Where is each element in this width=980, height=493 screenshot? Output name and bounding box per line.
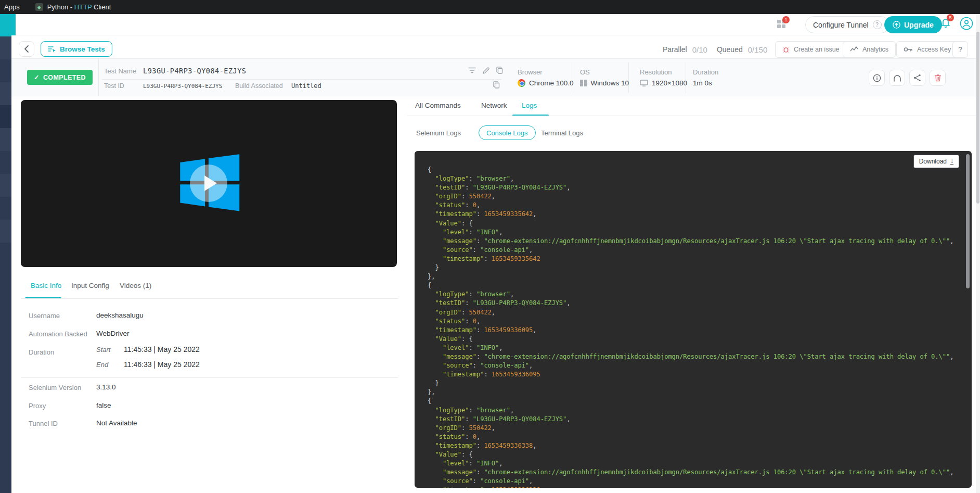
info-button[interactable] <box>869 70 885 86</box>
apps-grid-badge: 1 <box>782 16 790 23</box>
tunnel-help-icon[interactable]: ? <box>873 20 882 29</box>
test-name-actions <box>468 67 503 74</box>
windows-icon <box>580 80 587 87</box>
monitor-icon <box>640 80 648 86</box>
end-value: 11:46:33 | May 25 2022 <box>124 360 200 369</box>
selenium-version-label: Selenium Version <box>29 384 81 391</box>
queued-label: Queued <box>717 45 743 54</box>
username-value: deekshasalugu <box>96 311 144 319</box>
log-scrollbar-thumb[interactable] <box>966 154 970 288</box>
tab-basic-info[interactable]: Basic Info <box>31 282 61 289</box>
sidebar-item[interactable] <box>0 151 11 174</box>
automation-test-detail-page: Apps ◆ Python - HTTP Client 1 Configure … <box>0 0 980 493</box>
analytics-chart-icon <box>850 46 858 53</box>
automation-backed-label: Automation Backed <box>29 330 87 338</box>
duration-value: 1m 0s <box>693 79 712 87</box>
divider <box>21 298 398 299</box>
create-issue-button[interactable]: Create an issue <box>775 41 847 58</box>
selenium-version-value: 3.13.0 <box>96 383 116 391</box>
tab-input-config[interactable]: Input Config <box>71 282 109 289</box>
window-app-icon: ◆ <box>35 3 43 11</box>
tab-selenium-logs[interactable]: Selenium Logs <box>416 129 461 137</box>
parallel-value: 0/10 <box>692 45 707 54</box>
page-scrollbar[interactable] <box>976 14 980 493</box>
divider <box>102 79 501 80</box>
start-label: Start <box>96 346 110 353</box>
console-log-panel: Download ↓ { "logType": "browser", "test… <box>415 151 972 488</box>
divider <box>628 62 629 93</box>
filter-icon[interactable] <box>468 67 476 73</box>
side-navigation-rail <box>0 36 11 493</box>
back-button[interactable] <box>19 41 34 57</box>
divider <box>686 62 686 93</box>
apps-menu[interactable]: Apps <box>4 3 20 11</box>
browser-value: Chrome 100.0 <box>518 79 574 87</box>
key-icon <box>904 46 913 53</box>
browse-tests-button[interactable]: Browse Tests <box>41 41 112 57</box>
trash-icon <box>934 74 942 82</box>
sidebar-item-active[interactable] <box>0 105 11 128</box>
delete-test-button[interactable] <box>930 70 946 86</box>
copy-icon[interactable] <box>493 81 500 89</box>
end-label: End <box>96 361 108 369</box>
resolution-value: 1920×1080 <box>640 79 687 87</box>
sidebar-item[interactable] <box>0 36 11 59</box>
tunnel-arch-icon <box>893 74 901 82</box>
bug-icon <box>782 46 790 53</box>
share-button[interactable] <box>909 70 925 86</box>
sidebar-item[interactable] <box>0 59 11 82</box>
account-button[interactable] <box>960 17 973 30</box>
play-icon <box>204 175 217 191</box>
tunnel-id-label: Tunnel ID <box>29 420 58 427</box>
os-taskbar: Apps ◆ Python - HTTP Client <box>0 0 980 14</box>
tunnel-button[interactable] <box>889 70 905 86</box>
sidebar-item[interactable] <box>0 174 11 197</box>
copy-icon[interactable] <box>496 67 503 74</box>
tab-network[interactable]: Network <box>481 102 507 109</box>
apps-grid-button[interactable]: 1 <box>777 20 785 28</box>
proxy-value: false <box>96 401 111 409</box>
configure-tunnel-button[interactable]: Configure Tunnel ? <box>805 16 889 33</box>
build-associated-label: Build Associated <box>235 82 283 90</box>
download-icon: ↓ <box>950 158 953 165</box>
tab-all-commands[interactable]: All Commands <box>415 102 461 109</box>
test-name-value: L93GU-P4RP3-QY084-EZJYS <box>143 67 246 75</box>
bell-badge: 5 <box>947 14 954 21</box>
divider <box>407 116 980 116</box>
duration-label: Duration <box>693 68 718 76</box>
upgrade-arrow-icon <box>893 21 900 29</box>
access-key-button[interactable]: Access Key <box>896 41 958 58</box>
notifications-button[interactable]: 5 <box>939 17 952 29</box>
sidebar-item[interactable] <box>0 243 11 266</box>
analytics-button[interactable]: Analytics <box>843 41 896 58</box>
status-badge: ✓ COMPLETED <box>27 70 93 85</box>
sidebar-item[interactable] <box>0 128 11 151</box>
tab-logs[interactable]: Logs <box>522 102 537 109</box>
os-label: OS <box>580 68 590 76</box>
username-label: Username <box>29 312 60 320</box>
concurrency-stats: Parallel 0/10 Queued 0/150 <box>663 42 767 57</box>
tunnel-id-value: Not Available <box>96 419 137 427</box>
avatar-icon <box>960 17 973 30</box>
tab-terminal-logs[interactable]: Terminal Logs <box>541 129 583 137</box>
upgrade-button[interactable]: Upgrade <box>884 16 942 33</box>
sidebar-item[interactable] <box>0 82 11 105</box>
os-value: Windows 10 <box>580 79 629 87</box>
play-button[interactable] <box>190 165 227 202</box>
tab-console-logs[interactable]: Console Logs <box>479 125 536 140</box>
video-player[interactable] <box>21 100 397 267</box>
page-scrollbar-thumb[interactable] <box>976 32 979 204</box>
divider <box>98 59 99 96</box>
start-value: 11:45:33 | May 25 2022 <box>124 345 200 353</box>
sidebar-item[interactable] <box>0 220 11 243</box>
sidebar-item[interactable] <box>0 197 11 220</box>
tab-videos[interactable]: Videos (1) <box>120 282 151 289</box>
window-title[interactable]: Python - HTTP Client <box>47 3 111 11</box>
queued-value: 0/150 <box>748 45 768 54</box>
build-associated-value: Untitled <box>291 82 321 90</box>
duration-row-label: Duration <box>29 348 54 356</box>
edit-icon[interactable] <box>483 67 489 74</box>
info-icon <box>873 74 881 82</box>
toolbar-help-button[interactable]: ? <box>952 41 968 58</box>
test-list-icon <box>48 46 56 53</box>
